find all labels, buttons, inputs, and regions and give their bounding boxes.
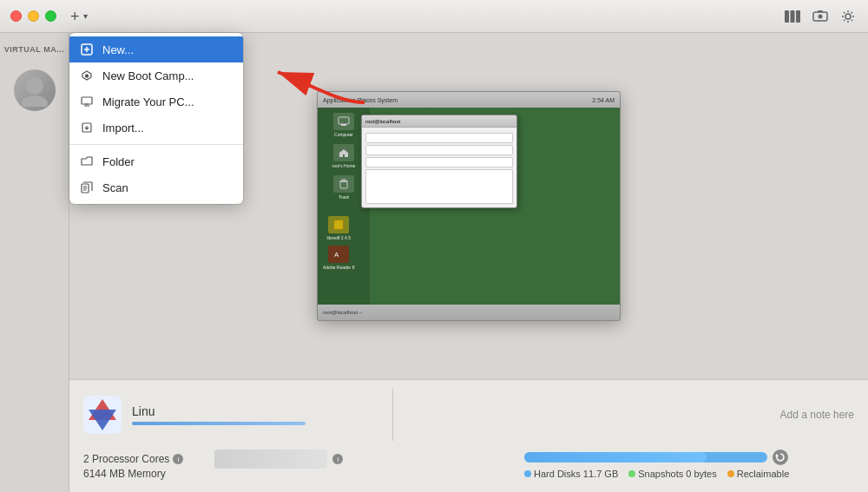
- disk-legend: Hard Disks 11.7 GB Snapshots 0 bytes: [524, 469, 854, 479]
- bottom-bar: Linu Add a note here 2 Processor Cores i…: [69, 379, 868, 492]
- vm-specs: 2 Processor Cores i 6144 MB Memory: [83, 453, 183, 480]
- title-bar-right-icons: [783, 7, 858, 26]
- trash-icon: [333, 175, 354, 193]
- vm-info-row: Linu Add a note here: [83, 389, 854, 441]
- svg-rect-14: [334, 220, 343, 229]
- svg-point-6: [845, 14, 851, 19]
- svg-rect-2: [796, 10, 800, 23]
- dialog-row-3: [365, 157, 513, 167]
- sidebar: VIRTUAL MA...: [0, 33, 69, 492]
- processor-info-icon[interactable]: i: [173, 454, 183, 464]
- vm-screen-tabs: Applications Places System: [323, 97, 398, 103]
- svg-rect-5: [818, 10, 823, 12]
- scan-icon: [80, 180, 94, 194]
- folder-label: Folder: [102, 155, 135, 168]
- snapshots-label: Snapshots: [638, 469, 683, 479]
- svg-rect-0: [785, 10, 789, 23]
- sidebar-vm-item[interactable]: [10, 69, 59, 111]
- minimize-button[interactable]: [28, 10, 39, 22]
- vm-screen-body: Computer root's Home: [318, 108, 620, 305]
- reclaimable-label: Reclaimable: [737, 469, 790, 479]
- memory-label: 6144 MB Memory: [83, 468, 166, 480]
- vm-desktop-libreoffice: libreoff 2.4.5: [323, 216, 354, 240]
- folder-icon: [80, 154, 94, 168]
- new-plus-icon: [80, 43, 94, 56]
- menu-item-migrate-pc[interactable]: Migrate Your PC...: [69, 89, 243, 115]
- new-boot-camp-label: New Boot Camp...: [102, 69, 194, 82]
- disk-bar-container: [524, 449, 854, 465]
- legend-reclaimable: Reclaimable: [727, 469, 790, 479]
- disk-info-section: Hard Disks 11.7 GB Snapshots 0 bytes: [524, 449, 854, 479]
- hard-disks-value: 11.7 GB: [583, 469, 618, 479]
- disk-bar: [524, 452, 767, 462]
- svg-point-8: [22, 95, 48, 107]
- sidebar-label: VIRTUAL MA...: [4, 45, 64, 54]
- libreoffice-label: libreoff 2.4.5: [326, 235, 350, 240]
- migrate-pc-icon: [80, 95, 94, 108]
- svg-rect-13: [342, 180, 345, 181]
- dialog-content-area: [365, 169, 513, 204]
- trash-label: Trash: [339, 194, 350, 200]
- legend-hard-disks: Hard Disks 11.7 GB: [524, 469, 618, 479]
- memory-spec: 6144 MB Memory: [83, 468, 183, 480]
- maximize-button[interactable]: [45, 10, 56, 22]
- dropdown-menu: New... New Boot Camp... Migrate Your PC.…: [69, 33, 243, 204]
- dialog-row-1: [365, 133, 513, 143]
- svg-point-4: [819, 14, 823, 18]
- snapshots-dot: [628, 470, 635, 477]
- menu-item-scan[interactable]: Scan: [69, 174, 243, 200]
- boot-camp-icon: [80, 69, 94, 82]
- vm-screen-topbar: Applications Places System 2:54 AM: [318, 92, 620, 108]
- svg-text:A: A: [334, 251, 339, 259]
- libreoffice-icon: [328, 216, 349, 233]
- migrate-pc-label: Migrate Your PC...: [102, 95, 194, 108]
- vm-desktop-trash: Trash: [333, 175, 354, 200]
- disk-bar-fill: [524, 452, 707, 462]
- ip-section: i: [214, 449, 343, 469]
- vm-name-bar-line: [132, 422, 306, 425]
- traffic-lights: [10, 10, 56, 22]
- svg-point-7: [26, 77, 43, 95]
- import-label: Import...: [102, 121, 144, 134]
- disk-refresh-icon[interactable]: [773, 449, 788, 465]
- processor-label: 2 Processor Cores: [83, 453, 169, 465]
- divider: [392, 389, 393, 441]
- ip-info-icon[interactable]: i: [332, 454, 343, 464]
- snapshots-value: 0 bytes: [686, 469, 716, 479]
- menu-separator: [69, 144, 243, 145]
- svg-marker-20: [775, 454, 779, 456]
- columns-icon[interactable]: [783, 7, 802, 26]
- add-vm-controls: + ▾: [69, 9, 89, 24]
- add-note[interactable]: Add a note here: [780, 409, 854, 421]
- vm-screen-footer: root@localhost ~: [318, 305, 620, 320]
- home-label: root's Home: [332, 163, 356, 168]
- vm-dialog-body: [362, 128, 516, 207]
- menu-item-new-boot-camp[interactable]: New Boot Camp...: [69, 62, 243, 89]
- adobe-icon: A: [328, 246, 349, 263]
- legend-snapshots: Snapshots 0 bytes: [628, 469, 717, 479]
- vm-desktop-home: root's Home: [332, 144, 356, 168]
- vm-dialog-titlebar: root@localhost: [362, 115, 516, 128]
- add-vm-button[interactable]: +: [69, 9, 82, 24]
- close-button[interactable]: [10, 10, 22, 22]
- vm-desktop-adobe: A Adobe Reader 8: [323, 246, 354, 270]
- vm-screen[interactable]: Applications Places System 2:54 AM: [317, 91, 621, 321]
- scan-label: Scan: [102, 181, 128, 194]
- settings-icon[interactable]: [838, 7, 858, 26]
- vm-dialog: root@localhost: [361, 115, 517, 208]
- menu-item-folder[interactable]: Folder: [69, 148, 243, 174]
- home-icon: [333, 144, 354, 161]
- snapshot-icon[interactable]: [811, 7, 830, 26]
- import-icon: [80, 121, 94, 134]
- menu-item-import[interactable]: Import...: [69, 115, 243, 141]
- svg-rect-9: [339, 117, 349, 124]
- svg-rect-26: [82, 97, 92, 104]
- vm-name-section: Linu: [132, 404, 375, 425]
- hard-disks-label: Hard Disks: [534, 469, 581, 479]
- svg-rect-11: [340, 181, 347, 188]
- svg-rect-10: [341, 124, 346, 126]
- menu-item-new[interactable]: New...: [69, 36, 243, 62]
- add-vm-chevron[interactable]: ▾: [82, 11, 89, 21]
- vm-avatar: [14, 69, 56, 111]
- vm-name: Linu: [132, 404, 375, 418]
